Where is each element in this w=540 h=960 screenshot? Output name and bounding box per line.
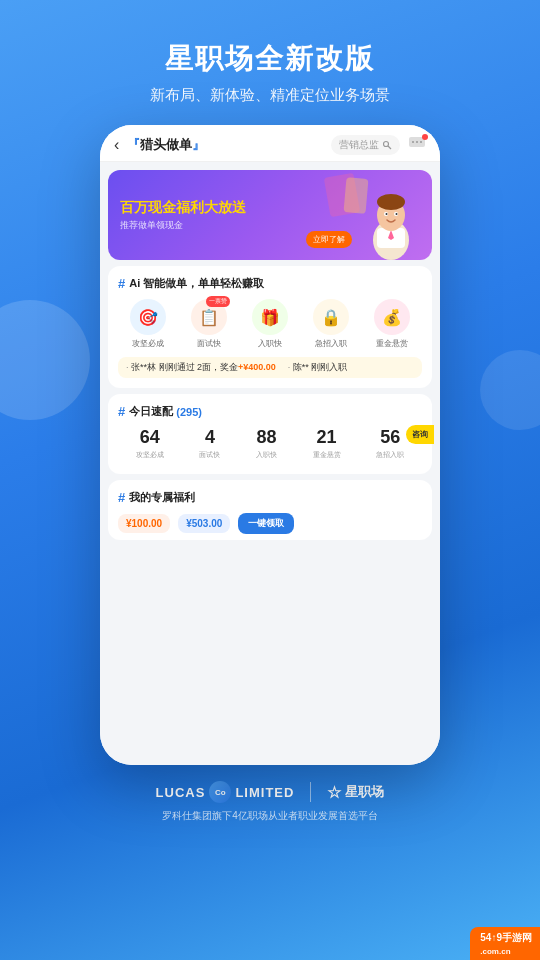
icon-item-4[interactable]: 🔒 急招入职 bbox=[313, 299, 349, 349]
section-hash-3: # bbox=[118, 490, 125, 505]
phone-header: ‹ 『猎头做单』 营销总监 bbox=[100, 125, 440, 162]
promo-banner[interactable]: 百万现金福利大放送 推荐做单领现金 立即了解 bbox=[108, 170, 432, 260]
brand-logos: LUCAS Co LIMITED ☆ 星职场 bbox=[156, 781, 385, 803]
svg-point-3 bbox=[412, 141, 414, 143]
stat-num-1: 64 bbox=[140, 427, 160, 448]
welfare-section-card: # 我的专属福利 ¥100.00 ¥503.00 一键领取 bbox=[108, 480, 432, 540]
xingzhichang-brand: ☆ 星职场 bbox=[327, 783, 384, 802]
stat-num-2: 4 bbox=[205, 427, 215, 448]
stat-item-4: 21 重金悬赏 bbox=[313, 427, 341, 460]
icon-circle-2: 📋 一票赞 bbox=[191, 299, 227, 335]
ai-section-card: # Ai 智能做单，单单轻松赚取 🎯 攻坚必成 📋 一票赞 bbox=[108, 266, 432, 388]
lucas-brand: LUCAS Co LIMITED bbox=[156, 781, 295, 803]
banner-subtitle: 推荐做单领现金 bbox=[120, 219, 246, 232]
phone-content: 百万现金福利大放送 推荐做单领现金 立即了解 bbox=[100, 162, 440, 765]
icon-item-1[interactable]: 🎯 攻坚必成 bbox=[130, 299, 166, 349]
banner-deco-2 bbox=[344, 177, 369, 214]
consult-button[interactable]: 咨询 bbox=[406, 425, 434, 444]
bottom-branding: LUCAS Co LIMITED ☆ 星职场 罗科仕集团旗下4亿职场从业者职业发… bbox=[136, 765, 405, 831]
ticker-item-1: · 张**林 刚刚通过 2面，奖金+¥400.00 bbox=[126, 361, 276, 374]
icon-label-3: 入职快 bbox=[258, 338, 282, 349]
section-hash-2: # bbox=[118, 404, 125, 419]
stat-label-4: 重金悬赏 bbox=[313, 450, 341, 460]
stat-label-2: 面试快 bbox=[199, 450, 220, 460]
icon-label-2: 面试快 bbox=[197, 338, 221, 349]
badge-yipiaosample: 一票赞 bbox=[206, 296, 230, 307]
section-hash-1: # bbox=[118, 276, 125, 291]
bg-blob-right bbox=[480, 350, 540, 430]
icon-label-5: 重金悬赏 bbox=[376, 338, 408, 349]
top-subtitle: 新布局、新体验、精准定位业务场景 bbox=[150, 86, 390, 105]
back-button[interactable]: ‹ bbox=[114, 136, 119, 154]
svg-point-0 bbox=[384, 142, 389, 147]
stat-item-2: 4 面试快 bbox=[199, 427, 220, 460]
stat-label-5: 急招入职 bbox=[376, 450, 404, 460]
watermark-domain: .com.cn bbox=[480, 947, 510, 956]
icon-label-1: 攻坚必成 bbox=[132, 338, 164, 349]
welfare-items: ¥100.00 ¥503.00 一键领取 bbox=[118, 513, 422, 534]
stat-label-3: 入职快 bbox=[256, 450, 277, 460]
ai-icons-row: 🎯 攻坚必成 📋 一票赞 面试快 🎁 入职快 bbox=[118, 299, 422, 349]
svg-point-14 bbox=[396, 213, 398, 215]
brand-limited-text: LIMITED bbox=[235, 785, 294, 800]
icon-circle-4: 🔒 bbox=[313, 299, 349, 335]
notification-dot bbox=[422, 134, 428, 140]
search-icon bbox=[382, 140, 392, 150]
brand-co-logo: Co bbox=[209, 781, 231, 803]
banner-button[interactable]: 立即了解 bbox=[306, 231, 352, 248]
icon-circle-3: 🎁 bbox=[252, 299, 288, 335]
brand-divider bbox=[310, 782, 311, 802]
icon-circle-5: 💰 bbox=[374, 299, 410, 335]
search-text: 营销总监 bbox=[339, 138, 379, 152]
icon-label-4: 急招入职 bbox=[315, 338, 347, 349]
svg-line-1 bbox=[388, 146, 391, 149]
welfare-claim-button[interactable]: 一键领取 bbox=[238, 513, 294, 534]
watermark: 54↑9手游网 .com.cn bbox=[470, 927, 540, 960]
icon-item-5[interactable]: 💰 重金悬赏 bbox=[374, 299, 410, 349]
watermark-text: 54↑9手游网 bbox=[480, 932, 532, 943]
ticker-bar: · 张**林 刚刚通过 2面，奖金+¥400.00 · 陈** 刚刚入职 bbox=[118, 357, 422, 378]
search-bar[interactable]: 营销总监 bbox=[331, 135, 400, 155]
top-section: 星职场全新改版 新布局、新体验、精准定位业务场景 bbox=[130, 0, 410, 125]
phone-nav-title: 『猎头做单』 bbox=[127, 136, 331, 154]
svg-point-10 bbox=[377, 194, 405, 210]
today-count: (295) bbox=[176, 406, 202, 418]
banner-character bbox=[359, 180, 424, 260]
today-section-card: # 今日速配 (295) 64 攻坚必成 4 面试快 88 入职快 21 bbox=[108, 394, 432, 474]
ticker-item-2: · 陈** 刚刚入职 bbox=[288, 361, 348, 374]
svg-point-13 bbox=[386, 213, 388, 215]
stat-num-4: 21 bbox=[317, 427, 337, 448]
message-icon[interactable] bbox=[408, 136, 426, 154]
ai-section-title: # Ai 智能做单，单单轻松赚取 bbox=[118, 276, 422, 291]
brand-tagline: 罗科仕集团旗下4亿职场从业者职业发展首选平台 bbox=[156, 809, 385, 823]
star-icon: ☆ bbox=[327, 783, 341, 802]
welfare-section-title: # 我的专属福利 bbox=[118, 490, 422, 505]
icon-item-3[interactable]: 🎁 入职快 bbox=[252, 299, 288, 349]
phone-mockup: ‹ 『猎头做单』 营销总监 百万现金福利大放送 推 bbox=[100, 125, 440, 765]
stat-item-1: 64 攻坚必成 bbox=[136, 427, 164, 460]
bg-blob-left bbox=[0, 300, 90, 420]
stat-item-5: 56 急招入职 bbox=[376, 427, 404, 460]
stat-num-3: 88 bbox=[256, 427, 276, 448]
welfare-item-2: ¥503.00 bbox=[178, 514, 230, 533]
stat-num-5: 56 bbox=[380, 427, 400, 448]
brand-lucas-text: LUCAS bbox=[156, 785, 206, 800]
welfare-item-1: ¥100.00 bbox=[118, 514, 170, 533]
svg-point-5 bbox=[420, 141, 422, 143]
top-title: 星职场全新改版 bbox=[150, 40, 390, 78]
today-section-title: # 今日速配 (295) bbox=[118, 404, 422, 419]
svg-point-4 bbox=[416, 141, 418, 143]
banner-text: 百万现金福利大放送 推荐做单领现金 bbox=[120, 199, 246, 232]
stat-item-3: 88 入职快 bbox=[256, 427, 277, 460]
icon-item-2[interactable]: 📋 一票赞 面试快 bbox=[191, 299, 227, 349]
banner-title: 百万现金福利大放送 bbox=[120, 199, 246, 217]
stat-label-1: 攻坚必成 bbox=[136, 450, 164, 460]
icon-circle-1: 🎯 bbox=[130, 299, 166, 335]
stats-row: 64 攻坚必成 4 面试快 88 入职快 21 重金悬赏 56 急招入职 bbox=[118, 427, 422, 460]
